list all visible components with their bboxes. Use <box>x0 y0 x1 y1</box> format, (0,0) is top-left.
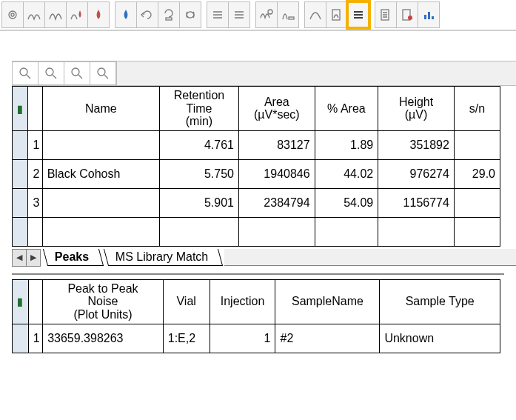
svg-rect-11 <box>432 16 434 19</box>
col-pct-area[interactable]: % Area <box>315 87 378 131</box>
cell-name[interactable] <box>42 130 159 159</box>
cell-sn[interactable] <box>454 130 500 159</box>
row-index: 2 <box>28 159 42 188</box>
refresh-icon[interactable] <box>136 1 158 28</box>
svg-rect-10 <box>428 12 430 19</box>
peaks-mini-toolbar <box>12 61 516 86</box>
cell-sn[interactable]: 29.0 <box>454 159 500 188</box>
cell-sample[interactable]: #2 <box>275 324 380 353</box>
spectrum-icon[interactable] <box>277 1 299 28</box>
rows-icon-2[interactable] <box>228 1 250 28</box>
svg-point-8 <box>408 16 412 20</box>
col-injection[interactable]: Injection <box>210 279 275 324</box>
svg-point-15 <box>98 68 105 76</box>
tab-scroll-left-icon[interactable]: ◀ <box>12 249 27 267</box>
cell-area[interactable]: 83127 <box>238 130 315 159</box>
rows-icon[interactable] <box>207 1 229 28</box>
expand-column-icon[interactable]: ▮ <box>13 87 28 131</box>
svg-rect-9 <box>424 15 426 19</box>
cell-pct[interactable]: 54.09 <box>315 188 378 217</box>
table-row[interactable]: 2Black Cohosh5.750194084644.0297627429.0 <box>13 159 500 188</box>
cell-area[interactable]: 1940846 <box>238 159 315 188</box>
peak-icon-2[interactable] <box>44 1 67 28</box>
cell-area[interactable]: 2384794 <box>238 188 315 217</box>
svg-rect-4 <box>289 17 294 19</box>
results-icon[interactable] <box>347 1 369 28</box>
settings-icon[interactable] <box>1 1 24 28</box>
cell-height[interactable]: 351892 <box>378 130 455 159</box>
svg-rect-2 <box>166 18 172 20</box>
report-icon[interactable] <box>396 1 418 28</box>
col-name[interactable]: Name <box>42 87 159 131</box>
cell-rt[interactable]: 4.761 <box>159 130 238 159</box>
cell-name[interactable]: Black Cohosh <box>42 159 159 188</box>
peak-icon-1[interactable] <box>23 1 45 28</box>
peaks-header-row: ▮ Name Retention Time (min) Area (µV*sec… <box>13 87 500 131</box>
cell-rt[interactable]: 5.901 <box>159 188 238 217</box>
tab-peaks[interactable]: Peaks <box>43 249 104 266</box>
page-peak-icon[interactable] <box>326 1 348 28</box>
svg-point-1 <box>11 13 14 16</box>
cell-rt[interactable]: 5.750 <box>159 159 238 188</box>
cell-height[interactable]: 976274 <box>378 159 455 188</box>
row-index: 1 <box>28 130 42 159</box>
svg-point-13 <box>46 68 53 76</box>
svg-point-0 <box>9 11 16 19</box>
main-toolbar <box>0 0 516 31</box>
col-sn[interactable]: s/n <box>454 87 500 131</box>
noise-table: ▮ Peak to Peak Noise (Plot Units) Vial I… <box>12 279 500 353</box>
col-height[interactable]: Height (µV) <box>378 87 455 131</box>
svg-point-3 <box>268 10 272 14</box>
chart-icon[interactable] <box>418 1 440 28</box>
cell-vial[interactable]: 1:E,2 <box>163 324 210 353</box>
noise-header-row: ▮ Peak to Peak Noise (Plot Units) Vial I… <box>13 279 500 324</box>
col-noise[interactable]: Peak to Peak Noise (Plot Units) <box>43 279 164 324</box>
table-row[interactable]: 133659.3982631:E,21#2Unknown <box>13 324 500 353</box>
zoom-icon-4[interactable] <box>90 61 116 85</box>
row-index: 1 <box>28 324 43 353</box>
col-rt[interactable]: Retention Time (min) <box>159 87 238 131</box>
col-area[interactable]: Area (µV*sec) <box>238 87 315 131</box>
drop-icon[interactable] <box>87 1 110 28</box>
svg-point-14 <box>72 68 79 76</box>
cell-injection[interactable]: 1 <box>210 324 275 353</box>
cell-pct[interactable]: 44.02 <box>315 159 378 188</box>
zoom-icon-2[interactable] <box>38 61 64 85</box>
cell-pct[interactable]: 1.89 <box>315 130 378 159</box>
col-sampletype[interactable]: Sample Type <box>380 279 500 324</box>
peaks-empty-row <box>13 217 500 246</box>
peaks-table: ▮ Name Retention Time (min) Area (µV*sec… <box>12 86 500 247</box>
zoom-icon-1[interactable] <box>12 61 38 85</box>
single-peak-icon[interactable] <box>304 1 326 28</box>
cell-noise[interactable]: 33659.398263 <box>43 324 164 353</box>
col-vial[interactable]: Vial <box>163 279 210 324</box>
wave-settings-icon[interactable] <box>255 1 278 28</box>
col-samplename[interactable]: SampleName <box>275 279 380 324</box>
tab-ms-library-match[interactable]: MS Library Match <box>104 249 224 266</box>
table-row[interactable]: 35.901238479454.091156774 <box>13 188 500 217</box>
cell-name[interactable] <box>42 188 159 217</box>
peak-drop-icon[interactable] <box>66 1 88 28</box>
svg-point-12 <box>20 68 27 76</box>
row-index: 3 <box>28 188 42 217</box>
expand-column-icon[interactable]: ▮ <box>13 279 29 324</box>
library-icon[interactable] <box>375 1 397 28</box>
cell-height[interactable]: 1156774 <box>378 188 455 217</box>
blue-drop-icon[interactable] <box>115 1 137 28</box>
zoom-icon-3[interactable] <box>64 61 90 85</box>
tab-scroll-right-icon[interactable]: ▶ <box>26 249 41 267</box>
cell-sn[interactable] <box>454 188 500 217</box>
recycle-icon[interactable] <box>179 1 201 28</box>
refresh-down-icon[interactable] <box>158 1 180 28</box>
peaks-tab-row: ◀ ▶ Peaks MS Library Match <box>12 248 516 267</box>
cell-type[interactable]: Unknown <box>380 324 500 353</box>
table-row[interactable]: 14.761831271.89351892 <box>13 130 500 159</box>
